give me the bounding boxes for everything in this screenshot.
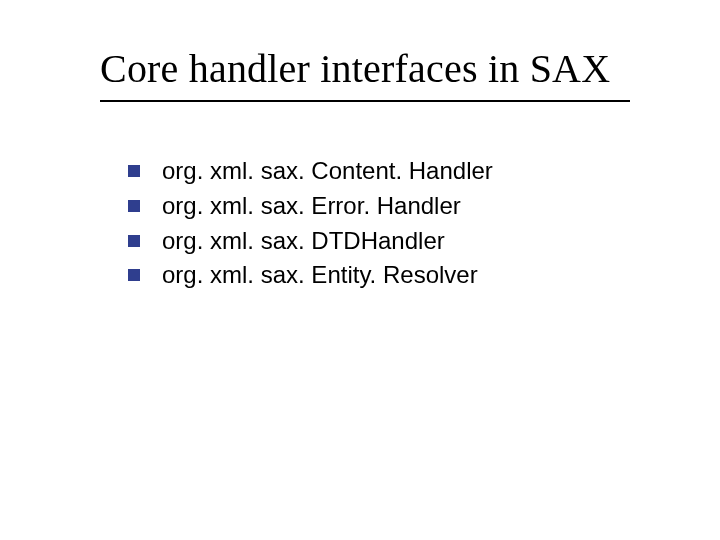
list-item-text: org. xml. sax. Entity. Resolver — [162, 258, 670, 293]
square-bullet-icon — [128, 269, 140, 281]
slide-title: Core handler interfaces in SAX — [100, 46, 670, 92]
list-item-text: org. xml. sax. Error. Handler — [162, 189, 670, 224]
slide: Core handler interfaces in SAX org. xml.… — [0, 0, 720, 540]
list-item: org. xml. sax. DTDHandler — [128, 224, 670, 259]
list-item-text: org. xml. sax. DTDHandler — [162, 224, 670, 259]
list-item-text: org. xml. sax. Content. Handler — [162, 154, 670, 189]
title-underline — [100, 100, 630, 102]
square-bullet-icon — [128, 200, 140, 212]
square-bullet-icon — [128, 235, 140, 247]
square-bullet-icon — [128, 165, 140, 177]
list-item: org. xml. sax. Error. Handler — [128, 189, 670, 224]
list-item: org. xml. sax. Content. Handler — [128, 154, 670, 189]
bullet-list: org. xml. sax. Content. Handler org. xml… — [100, 154, 670, 293]
list-item: org. xml. sax. Entity. Resolver — [128, 258, 670, 293]
